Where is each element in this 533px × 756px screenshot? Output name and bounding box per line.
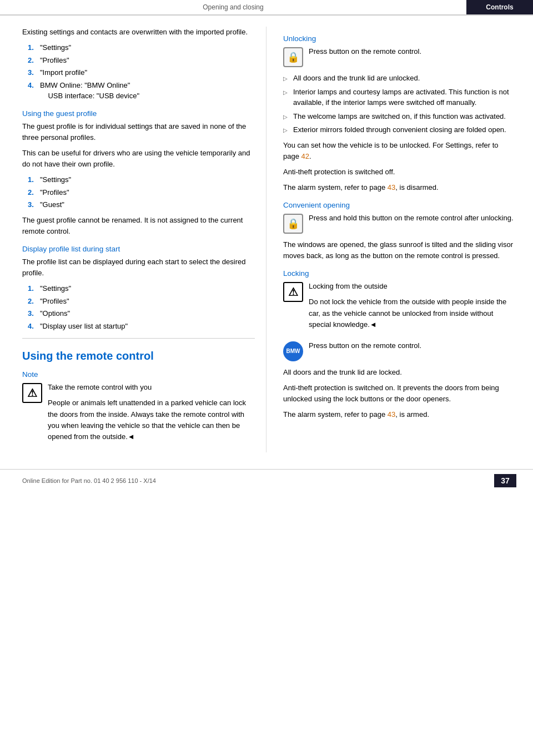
locking-press-text: Press button on the remote control. <box>309 340 516 351</box>
unlocking-p2: Anti-theft protection is switched off. <box>283 167 516 178</box>
section-display-profile-heading: Display profile list during start <box>22 245 255 253</box>
bullet-icon: ▷ <box>283 74 289 84</box>
list-item: 2. "Profiles" <box>28 296 255 307</box>
list-item: 1. "Settings" <box>28 174 255 185</box>
unlocking-press-text: Press button on the remote control. <box>309 46 516 57</box>
unlocking-p3: The alarm system, refer to page 43, is d… <box>283 182 516 193</box>
note-heading: Note <box>22 370 255 379</box>
list-item: 4. BMW Online: "BMW Online" USB interfac… <box>28 80 255 102</box>
list-item: 2. "Profiles" <box>28 55 255 66</box>
list-item: 3. "Guest" <box>28 199 255 210</box>
list-item: 3. "Options" <box>28 308 255 319</box>
note-warning-content: Take the remote control with you People … <box>48 382 255 447</box>
intro-text: Existing settings and contacts are overw… <box>22 27 255 38</box>
convenient-press-text: Press and hold this button on the remote… <box>309 213 516 224</box>
list-item: 1. "Settings" <box>28 283 255 294</box>
display-steps-list: 1. "Settings" 2. "Profiles" 3. "Options"… <box>28 283 255 331</box>
remote-control-icon: 🔒 <box>283 47 303 67</box>
bmw-logo-icon: BMW <box>283 341 303 361</box>
page-link-43[interactable]: 43 <box>388 183 395 191</box>
page-number: 37 <box>494 474 516 487</box>
convenient-icon-box: 🔒 Press and hold this button on the remo… <box>283 213 516 234</box>
list-item: ▷ All doors and the trunk lid are unlock… <box>283 73 516 84</box>
note-warning-line1: Take the remote control with you <box>48 382 255 393</box>
page-footer: Online Edition for Part no. 01 40 2 956 … <box>0 469 533 492</box>
locking-p3: The alarm system, refer to page 43, is a… <box>283 409 516 420</box>
locking-p2: Anti-theft protection is switched on. It… <box>283 382 516 405</box>
page-link-43b[interactable]: 43 <box>388 410 395 419</box>
page-header: Opening and closing Controls <box>0 0 533 16</box>
guest-steps-list: 1. "Settings" 2. "Profiles" 3. "Guest" <box>28 174 255 210</box>
section-guest-p2: This can be useful for drivers who are u… <box>22 148 255 170</box>
locking-bmw-icon-box: BMW Press button on the remote control. <box>283 340 516 361</box>
bullet-icon: ▷ <box>283 113 289 122</box>
unlocking-p1: You can set how the vehicle is to be unl… <box>283 140 516 162</box>
left-column: Existing settings and contacts are overw… <box>0 27 266 452</box>
page-link-42[interactable]: 42 <box>301 152 309 160</box>
section-guest-profile-heading: Using the guest profile <box>22 109 255 118</box>
note-warning-box: ⚠ Take the remote control with you Peopl… <box>22 382 255 447</box>
section-convenient-opening-heading: Convenient opening <box>283 201 516 209</box>
list-item: 2. "Profiles" <box>28 187 255 198</box>
footer-center-text: Online Edition for Part no. 01 40 2 956 … <box>22 477 156 484</box>
locking-warning-text: Do not lock the vehicle from the outside… <box>309 296 516 330</box>
section-locking-heading: Locking <box>283 269 516 278</box>
locking-warning-icon: ⚠ <box>283 282 303 302</box>
right-column: Unlocking 🔒 Press button on the remote c… <box>266 27 533 452</box>
section-display-p1: The profile list can be displayed during… <box>22 256 255 279</box>
section-remote-control-heading: Using the remote control <box>22 350 255 362</box>
section-guest-p1: The guest profile is for individual sett… <box>22 121 255 143</box>
unlocking-bullets: ▷ All doors and the trunk lid are unlock… <box>283 73 516 135</box>
convenient-remote-icon: 🔒 <box>283 214 303 234</box>
note-warning-text: People or animals left unattended in a p… <box>48 397 255 442</box>
locking-warning-box: ⚠ Locking from the outside Do not lock t… <box>283 281 516 335</box>
locking-warning-content: Locking from the outside Do not lock the… <box>309 281 516 335</box>
list-item: 1. "Settings" <box>28 42 255 53</box>
import-steps-list: 1. "Settings" 2. "Profiles" 3. "Import p… <box>28 42 255 102</box>
convenient-p1: The windows are opened, the glass sunroo… <box>283 239 516 261</box>
bullet-icon: ▷ <box>283 88 289 108</box>
section-guest-p3: The guest profile cannot be renamed. It … <box>22 215 255 237</box>
section-unlocking-heading: Unlocking <box>283 34 516 43</box>
list-item: ▷ Interior lamps and courtesy lamps are … <box>283 87 516 108</box>
unlocking-icon-box: 🔒 Press button on the remote control. <box>283 46 516 67</box>
bullet-icon: ▷ <box>283 126 289 135</box>
header-right-label: Controls <box>466 0 533 14</box>
list-item: ▷ The welcome lamps are switched on, if … <box>283 111 516 122</box>
locking-p1: All doors and the trunk lid are locked. <box>283 367 516 378</box>
warning-icon: ⚠ <box>22 383 42 403</box>
list-item: ▷ Exterior mirrors folded through conven… <box>283 124 516 135</box>
main-content: Existing settings and contacts are overw… <box>0 16 533 452</box>
locking-warning-title: Locking from the outside <box>309 281 516 292</box>
list-item: 3. "Import profile" <box>28 67 255 78</box>
list-item: 4. "Display user list at startup" <box>28 321 255 332</box>
header-left-label: Opening and closing <box>0 0 466 14</box>
